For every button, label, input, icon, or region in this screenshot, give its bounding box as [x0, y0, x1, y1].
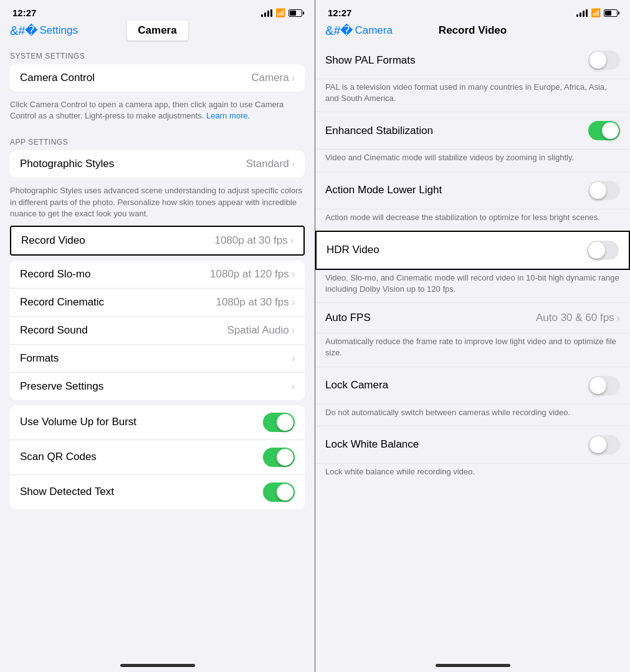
photographic-styles-label: Photographic Styles	[20, 158, 246, 170]
preserve-settings-row[interactable]: Preserve Settings ›	[10, 373, 305, 400]
toggles-group: Use Volume Up for Burst Scan QR Codes Sh…	[10, 405, 305, 509]
auto-fps-label: Auto FPS	[325, 312, 536, 324]
formats-label: Formats	[20, 352, 292, 365]
chevron-left-icon-right: &#�	[325, 24, 353, 37]
auto-fps-row[interactable]: Auto FPS Auto 30 & 60 fps ›	[315, 302, 630, 334]
action-mode-row[interactable]: Action Mode Lower Light	[315, 171, 630, 209]
hdr-video-toggle[interactable]	[587, 241, 619, 260]
chevron-right-icon-rv: ›	[290, 235, 294, 246]
show-pal-desc: PAL is a television video format used in…	[315, 79, 630, 110]
battery-icon-right	[604, 9, 618, 17]
photographic-styles-row[interactable]: Photographic Styles Standard ›	[10, 150, 305, 178]
photographic-styles-group: Photographic Styles Standard ›	[10, 150, 305, 178]
chevron-left-icon: &#�	[10, 24, 38, 37]
chevron-right-icon-fmt: ›	[292, 353, 295, 364]
wifi-icon-left: 📶	[275, 8, 285, 17]
learn-more-link[interactable]: Learn more.	[206, 111, 250, 120]
lock-wb-label: Lock White Balance	[325, 438, 588, 451]
nav-bar-right: &#� Camera Record Video	[315, 22, 630, 42]
show-detected-text-row[interactable]: Show Detected Text	[10, 475, 305, 509]
lock-camera-desc: Do not automatically switch between came…	[315, 405, 630, 425]
camera-control-row[interactable]: Camera Control Camera ›	[10, 64, 305, 92]
wifi-icon-right: 📶	[591, 8, 601, 17]
formats-row[interactable]: Formats ›	[10, 345, 305, 373]
time-left: 12:27	[12, 7, 36, 18]
camera-control-value: Camera	[251, 72, 289, 84]
record-video-label: Record Video	[21, 234, 214, 247]
record-video-value: 1080p at 30 fps	[214, 234, 287, 247]
chevron-right-icon: ›	[292, 72, 295, 84]
show-pal-label: Show PAL Formats	[325, 54, 588, 67]
lock-wb-section: Lock White Balance Lock white balance wh…	[315, 426, 630, 485]
signal-icon-right	[576, 9, 588, 17]
lock-wb-row[interactable]: Lock White Balance	[315, 426, 630, 464]
photographic-styles-desc: Photographic Styles uses advanced scene …	[0, 183, 315, 226]
pal-section: Show PAL Formats PAL is a television vid…	[315, 42, 630, 112]
back-button-right[interactable]: &#� Camera	[325, 24, 393, 37]
back-label-right: Camera	[355, 24, 392, 37]
lock-camera-toggle[interactable]	[588, 376, 620, 395]
chevron-right-icon-pres: ›	[292, 381, 295, 392]
enhanced-stab-toggle[interactable]	[588, 121, 620, 140]
home-bar-left	[120, 664, 195, 667]
record-video-group-highlighted: Record Video 1080p at 30 fps ›	[10, 226, 305, 256]
time-right: 12:27	[328, 7, 351, 18]
action-mode-toggle[interactable]	[588, 181, 620, 200]
record-cinematic-label: Record Cinematic	[20, 296, 216, 309]
enhanced-stab-desc: Video and Cinematic mode will stabilize …	[315, 150, 630, 170]
page-title-right: Record Video	[439, 24, 507, 37]
record-cinematic-row[interactable]: Record Cinematic 1080p at 30 fps ›	[10, 289, 305, 317]
record-slomo-value: 1080p at 120 fps	[210, 268, 289, 281]
nav-bar-left: &#� Settings Camera	[0, 22, 315, 42]
enhanced-stab-row[interactable]: Enhanced Stabilization	[315, 112, 630, 150]
home-indicator-left	[0, 653, 315, 672]
enhanced-stab-label: Enhanced Stabilization	[325, 125, 588, 137]
volume-burst-toggle[interactable]	[263, 413, 295, 432]
action-mode-section: Action Mode Lower Light Action mode will…	[315, 171, 630, 231]
show-detected-text-toggle[interactable]	[263, 482, 295, 502]
status-icons-right: 📶	[576, 8, 618, 17]
back-label-left: Settings	[39, 24, 77, 37]
action-mode-desc: Action mode will decrease the stabilizat…	[315, 209, 630, 229]
lock-camera-row[interactable]: Lock Camera	[315, 367, 630, 405]
show-pal-toggle[interactable]	[588, 50, 620, 70]
camera-control-desc: Click Camera Control to open a camera ap…	[0, 97, 315, 128]
action-mode-label: Action Mode Lower Light	[325, 184, 588, 196]
record-video-row[interactable]: Record Video 1080p at 30 fps ›	[11, 227, 303, 254]
lock-wb-toggle[interactable]	[588, 435, 620, 454]
volume-burst-label: Use Volume Up for Burst	[20, 416, 263, 428]
chevron-right-icon-fps: ›	[617, 312, 620, 324]
status-bar-left: 12:27 📶	[0, 0, 315, 22]
volume-burst-row[interactable]: Use Volume Up for Burst	[10, 405, 305, 440]
auto-fps-desc: Automatically reduce the frame rate to i…	[315, 334, 630, 365]
status-bar-right: 12:27 📶	[315, 0, 630, 22]
chevron-right-icon-ps: ›	[292, 158, 295, 170]
record-sound-value: Spatial Audio	[227, 324, 289, 337]
camera-control-label: Camera Control	[20, 72, 251, 84]
enhanced-stab-section: Enhanced Stabilization Video and Cinemat…	[315, 112, 630, 171]
lock-camera-section: Lock Camera Do not automatically switch …	[315, 367, 630, 426]
show-pal-row[interactable]: Show PAL Formats	[315, 42, 630, 79]
left-content: SYSTEM SETTINGS Camera Control Camera › …	[0, 42, 315, 653]
record-sound-label: Record Sound	[20, 324, 227, 337]
chevron-right-icon-sound: ›	[292, 325, 295, 336]
camera-control-group: Camera Control Camera ›	[10, 64, 305, 92]
page-title-left: Camera	[126, 21, 188, 41]
record-slomo-row[interactable]: Record Slo-mo 1080p at 120 fps ›	[10, 261, 305, 289]
back-button-left[interactable]: &#� Settings	[10, 24, 78, 37]
hdr-section: HDR Video Video, Slo-mo, and Cinematic m…	[315, 231, 630, 302]
scan-qr-row[interactable]: Scan QR Codes	[10, 440, 305, 475]
chevron-right-icon-slomo: ›	[292, 269, 295, 280]
scan-qr-label: Scan QR Codes	[20, 451, 263, 463]
left-panel: 12:27 📶 &#� Settings Camera SYSTEM SETTI…	[0, 0, 315, 672]
record-sound-row[interactable]: Record Sound Spatial Audio ›	[10, 317, 305, 345]
record-slomo-label: Record Slo-mo	[20, 268, 210, 281]
right-content: Show PAL Formats PAL is a television vid…	[315, 42, 630, 653]
lock-camera-label: Lock Camera	[325, 379, 588, 391]
hdr-video-row[interactable]: HDR Video	[315, 231, 630, 270]
signal-icon-left	[261, 9, 272, 17]
home-bar-right	[436, 664, 510, 667]
lock-wb-desc: Lock white balance while recording video…	[315, 464, 630, 484]
scan-qr-toggle[interactable]	[263, 448, 295, 467]
recording-options-group: Record Slo-mo 1080p at 120 fps › Record …	[10, 261, 305, 400]
